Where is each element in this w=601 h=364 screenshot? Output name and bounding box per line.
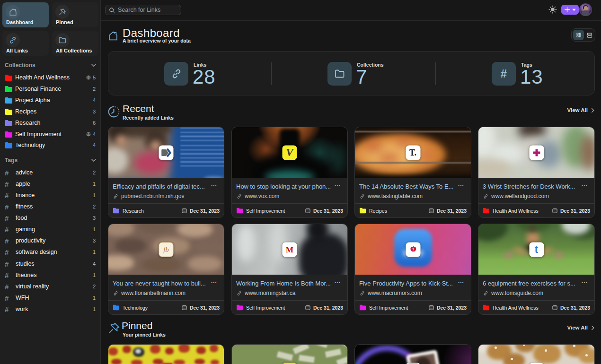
svg-text:?: ? xyxy=(412,248,414,251)
